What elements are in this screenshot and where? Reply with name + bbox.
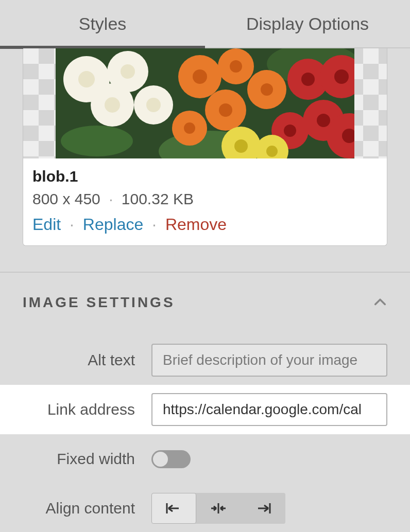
- alt-text-row: Alt text: [0, 335, 410, 385]
- image-card: blob.1 800 x 450 · 100.32 KB Edit · Repl…: [0, 48, 410, 246]
- separator-dot: ·: [65, 215, 78, 234]
- align-center-icon: [209, 501, 228, 516]
- fixed-width-label: Fixed width: [23, 450, 151, 468]
- tabs: Styles Display Options: [0, 0, 410, 48]
- image-actions: Edit · Replace · Remove: [32, 215, 378, 234]
- replace-link[interactable]: Replace: [83, 215, 143, 234]
- alt-text-input[interactable]: [151, 344, 387, 377]
- separator-dot: ·: [105, 190, 117, 207]
- link-address-label: Link address: [23, 401, 151, 418]
- svg-point-18: [230, 60, 242, 73]
- image-dimensions-row: 800 x 450 · 100.32 KB: [32, 190, 378, 208]
- section-header[interactable]: IMAGE SETTINGS: [0, 273, 410, 335]
- svg-point-8: [78, 71, 95, 87]
- separator-dot: ·: [148, 215, 161, 234]
- svg-point-21: [184, 122, 195, 134]
- tab-display-options[interactable]: Display Options: [205, 0, 410, 47]
- svg-point-9: [121, 64, 135, 79]
- align-content-row: Align content: [0, 484, 410, 532]
- svg-point-31: [284, 125, 296, 137]
- align-center-button[interactable]: [196, 493, 241, 524]
- svg-point-29: [317, 114, 330, 127]
- svg-point-17: [193, 69, 207, 84]
- svg-point-28: [334, 69, 349, 84]
- svg-point-19: [219, 103, 232, 117]
- tab-styles[interactable]: Styles: [0, 0, 205, 47]
- image-thumbnail: [56, 48, 354, 158]
- image-filesize: 100.32 KB: [122, 190, 194, 207]
- image-filename: blob.1: [32, 168, 378, 185]
- align-left-icon: [164, 501, 183, 516]
- image-dimensions: 800 x 450: [32, 190, 100, 207]
- image-preview[interactable]: [23, 48, 387, 158]
- section-title: IMAGE SETTINGS: [23, 294, 175, 311]
- svg-point-34: [234, 139, 248, 153]
- link-address-row: Link address: [0, 385, 410, 434]
- align-right-icon: [254, 501, 272, 516]
- edit-link[interactable]: Edit: [32, 215, 61, 234]
- svg-point-11: [146, 98, 161, 112]
- fixed-width-toggle[interactable]: [151, 450, 191, 468]
- alt-text-label: Alt text: [23, 351, 151, 369]
- svg-point-1: [61, 126, 133, 156]
- align-content-label: Align content: [23, 500, 151, 517]
- svg-point-10: [105, 97, 120, 113]
- fixed-width-row: Fixed width: [0, 434, 410, 484]
- link-address-input[interactable]: [151, 393, 387, 426]
- toggle-knob: [153, 452, 168, 467]
- chevron-up-icon: [373, 295, 387, 310]
- align-right-button[interactable]: [241, 493, 285, 524]
- tab-styles-label: Styles: [79, 14, 127, 34]
- svg-point-20: [261, 83, 273, 96]
- svg-point-35: [266, 146, 278, 157]
- align-content-group: [151, 493, 285, 524]
- remove-link[interactable]: Remove: [165, 215, 227, 234]
- align-left-button[interactable]: [151, 493, 196, 524]
- tab-display-options-label: Display Options: [246, 14, 369, 34]
- svg-point-27: [301, 73, 315, 86]
